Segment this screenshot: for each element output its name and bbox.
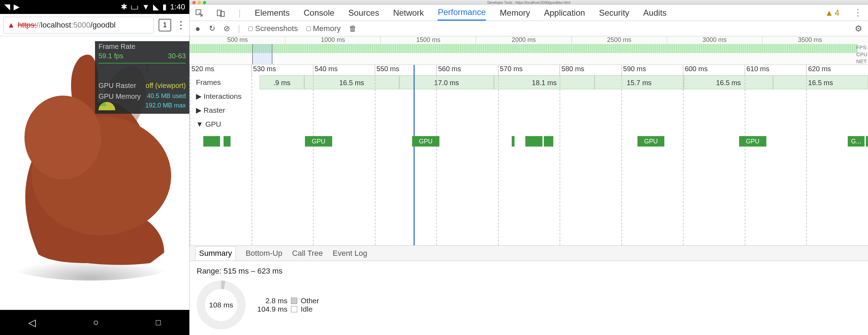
- zoom-window-icon[interactable]: [203, 1, 206, 4]
- wifi-icon: ▼: [142, 2, 149, 12]
- gpu-events-row[interactable]: GPUGPUGPUGPUG...: [190, 131, 868, 152]
- overview-pane[interactable]: 500 ms1000 ms1500 ms2000 ms2500 ms3000 m…: [190, 36, 868, 65]
- window-titlebar: Developer Tools - https://localhost:5000…: [190, 0, 868, 5]
- vibrate-icon: ⌴: [131, 2, 138, 12]
- overflow-menu-icon[interactable]: ⋮: [176, 19, 186, 31]
- settings-icon[interactable]: ⚙: [855, 24, 862, 34]
- record-icon[interactable]: ●: [195, 24, 200, 34]
- devtools-window: Developer Tools - https://localhost:5000…: [189, 0, 868, 335]
- browser-address-bar: ▲ https: //localhost:5000/goodbl 1 ⋮: [0, 14, 189, 36]
- svg-rect-5: [217, 10, 221, 16]
- gpu-memory-label: GPU Memory: [99, 92, 141, 100]
- gpu-event[interactable]: [866, 136, 868, 147]
- url-field[interactable]: ▲ https: //localhost:5000/goodbl: [3, 17, 154, 34]
- time-donut: 108 ms: [197, 281, 246, 329]
- battery-icon: ▮: [162, 2, 167, 12]
- close-window-icon[interactable]: [192, 1, 196, 4]
- url-scheme: https:: [18, 21, 37, 30]
- gpu-event[interactable]: [525, 136, 542, 147]
- selection-range[interactable]: [252, 44, 272, 64]
- devtools-tab-bar: | ElementsConsoleSourcesNetworkPerforman…: [190, 5, 868, 21]
- signal-icon: ◣: [153, 2, 159, 12]
- gpu-event[interactable]: GPU: [305, 136, 332, 147]
- playhead[interactable]: [414, 65, 415, 245]
- details-tab-call-tree[interactable]: Call Tree: [292, 249, 323, 258]
- gpu-raster-label: GPU Raster: [99, 82, 136, 90]
- tab-application[interactable]: Application: [544, 5, 585, 21]
- legend-row: 104.9 msIdle: [256, 305, 319, 313]
- tab-elements[interactable]: Elements: [255, 5, 290, 21]
- gpu-event[interactable]: [224, 136, 230, 147]
- frame-block[interactable]: 16.5 ms: [684, 75, 773, 89]
- device-toggle-icon[interactable]: [217, 9, 225, 17]
- fps-overview-band: [190, 44, 858, 53]
- gpu-event[interactable]: [203, 136, 220, 147]
- details-tab-event-log[interactable]: Event Log: [333, 249, 367, 258]
- legend-row: 2.8 msOther: [256, 297, 319, 305]
- fps-current: 59.1 fps: [99, 52, 123, 60]
- tab-sources[interactable]: Sources: [348, 5, 379, 21]
- tabs-button[interactable]: 1: [159, 19, 171, 31]
- gpu-memory-used: 40.5 MB used: [147, 92, 186, 100]
- more-icon[interactable]: ⋮: [853, 7, 862, 18]
- back-icon[interactable]: ◁: [28, 317, 36, 328]
- clear-icon[interactable]: ⊘: [224, 24, 230, 33]
- frame-block[interactable]: 18.1 ms: [494, 75, 595, 89]
- android-status-bar: ◥ ▶ ✱ ⌴ ▼ ◣ ▮ 1:40: [0, 0, 189, 14]
- trash-icon[interactable]: 🗑: [349, 24, 357, 33]
- recents-icon[interactable]: □: [156, 318, 161, 327]
- tab-audits[interactable]: Audits: [643, 5, 667, 21]
- gpu-event[interactable]: GPU: [739, 136, 766, 147]
- interactions-track[interactable]: ▶ Interactions: [190, 89, 868, 103]
- details-tab-bar: SummaryBottom-UpCall TreeEvent Log: [190, 246, 868, 261]
- play-icon: ▶: [14, 2, 20, 12]
- bluetooth-icon: ✱: [121, 2, 127, 12]
- minimize-window-icon[interactable]: [198, 1, 201, 4]
- window-title: Developer Tools - https://localhost:5000…: [487, 1, 570, 5]
- overview-axis-labels: FPS CPU NET: [856, 44, 867, 65]
- raster-track[interactable]: ▶ Raster: [190, 103, 868, 117]
- notification-icon: ◥: [4, 2, 10, 12]
- home-icon[interactable]: ○: [93, 317, 99, 328]
- gpu-raster-value: off (viewport): [146, 82, 186, 90]
- gpu-event[interactable]: [544, 136, 553, 147]
- tab-memory[interactable]: Memory: [500, 5, 530, 21]
- url-host-path: //localhost:5000/goodbl: [37, 21, 116, 30]
- frames-track[interactable]: Frames .9 ms16.5 ms17.0 ms18.1 ms15.7 ms…: [190, 75, 868, 89]
- render-stats-overlay: Frame Rate 59.1 fps 30-63 GPU Raster off…: [95, 41, 189, 114]
- gpu-event[interactable]: GPU: [412, 136, 439, 147]
- warnings-count[interactable]: ▲ 4: [825, 8, 839, 18]
- tab-network[interactable]: Network: [393, 5, 424, 21]
- security-warning-icon: ▲: [7, 21, 15, 30]
- gpu-event[interactable]: GPU: [637, 136, 665, 147]
- reload-icon[interactable]: ↻: [209, 24, 215, 33]
- webpage-viewport[interactable]: Frame Rate 59.1 fps 30-63 GPU Raster off…: [0, 36, 189, 310]
- gpu-event[interactable]: [512, 136, 515, 147]
- gpu-event[interactable]: G...: [848, 136, 865, 147]
- inspect-icon[interactable]: [195, 9, 203, 17]
- memory-checkbox[interactable]: Memory: [306, 24, 341, 33]
- frame-block[interactable]: 15.7 ms: [595, 75, 684, 89]
- fps-range: 30-63: [168, 52, 186, 60]
- flamechart-pane[interactable]: 520 ms530 ms540 ms550 ms560 ms570 ms580 …: [190, 65, 868, 246]
- range-text: Range: 515 ms – 623 ms: [197, 267, 861, 276]
- fps-graph: [99, 63, 186, 77]
- svg-point-3: [24, 96, 101, 179]
- android-device-frame: ◥ ▶ ✱ ⌴ ▼ ◣ ▮ 1:40 ▲ https: //localhost:…: [0, 0, 189, 335]
- frame-block[interactable]: 16.5 ms: [773, 75, 868, 89]
- tab-security[interactable]: Security: [599, 5, 629, 21]
- frame-block[interactable]: 16.5 ms: [304, 75, 399, 89]
- frame-block[interactable]: .9 ms: [260, 75, 304, 89]
- performance-toolbar: ● ↻ ⊘ | Screenshots Memory 🗑 ⚙: [190, 21, 868, 36]
- tab-console[interactable]: Console: [304, 5, 334, 21]
- clock-text: 1:40: [170, 2, 185, 12]
- details-tab-summary[interactable]: Summary: [195, 246, 236, 260]
- screenshots-checkbox[interactable]: Screenshots: [248, 24, 298, 33]
- hud-title: Frame Rate: [99, 43, 186, 51]
- tab-performance[interactable]: Performance: [438, 5, 486, 21]
- gpu-track[interactable]: ▼ GPU: [190, 117, 868, 131]
- summary-panel: Range: 515 ms – 623 ms 108 ms 2.8 msOthe…: [190, 261, 868, 335]
- android-nav-bar: ◁ ○ □: [0, 310, 189, 335]
- details-tab-bottom-up[interactable]: Bottom-Up: [246, 249, 282, 258]
